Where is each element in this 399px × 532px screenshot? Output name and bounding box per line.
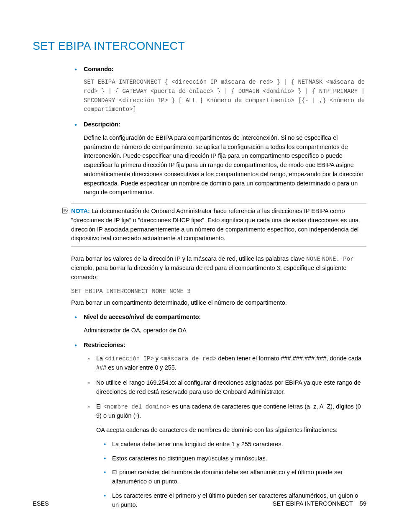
restriccion-item-2: El <nombre del domino> es una cadena de … <box>84 402 366 509</box>
domain-limit-0: La cadena debe tener una longitud de ent… <box>101 440 366 449</box>
footer-left: ESES <box>33 499 49 509</box>
section-restricciones: Restricciones: La <dirección IP> y <másc… <box>71 341 366 509</box>
r0-pre: La <box>96 355 105 362</box>
nivel-label: Nivel de acceso/nivel de compartimento: <box>84 314 201 320</box>
section-descripcion: Descripción: Define la configuración de … <box>71 120 366 197</box>
clear-command: SET EBIPA INTERCONNECT NONE NONE 3 <box>71 287 366 296</box>
clear-post: ejemplo, para borrar la dirección y la m… <box>71 265 346 280</box>
restricciones-label: Restricciones: <box>84 342 125 348</box>
page: SET EBIPA INTERCONNECT Comando: SET EBIP… <box>0 0 399 532</box>
descripcion-text: Define la configuración de EBIPA para co… <box>84 134 366 197</box>
clear-paragraph: Para borrar los valores de la dirección … <box>71 254 366 282</box>
restriccion-item-1: No utilice el rango 169.254.xx al config… <box>84 378 366 397</box>
r0-mid: y <box>154 355 160 362</box>
restriccion-item-0: La <dirección IP> y <máscara de red> deb… <box>84 354 366 373</box>
main-list: Comando: SET EBIPA INTERCONNECT { <direc… <box>71 65 366 198</box>
note-text: La documentación de Onboard Administrato… <box>71 208 358 242</box>
content-body: Comando: SET EBIPA INTERCONNECT { <direc… <box>71 65 366 510</box>
descripcion-label: Descripción: <box>84 121 120 128</box>
r2-para2: OA acepta cadenas de caracteres de nombr… <box>96 426 366 435</box>
page-title: SET EBIPA INTERCONNECT <box>33 38 366 55</box>
r0-code1: <dirección IP> <box>105 355 154 362</box>
footer-page-number: 59 <box>360 499 366 509</box>
footer-right: SET EBIPA INTERCONNECT 59 <box>273 499 366 509</box>
note-label: NOTA: <box>71 208 90 214</box>
clear-dot: . <box>336 256 343 262</box>
r2-pre: El <box>96 403 103 410</box>
footer-title: SET EBIPA INTERCONNECT <box>273 499 353 509</box>
nivel-text: Administrador de OA, operador de OA <box>84 326 366 335</box>
domain-limit-1: Estos caracteres no distinguen mayúscula… <box>101 454 366 463</box>
restricciones-list: La <dirección IP> y <máscara de red> deb… <box>84 354 366 509</box>
section-nivel: Nivel de acceso/nivel de compartimento: … <box>71 313 366 335</box>
clear-kw1: NONE <box>306 256 320 262</box>
r2-code1: <nombre del domino> <box>103 403 170 410</box>
main-list-2: Nivel de acceso/nivel de compartimento: … <box>71 313 366 510</box>
comando-label: Comando: <box>84 66 114 72</box>
r0-code2: <máscara de red> <box>160 355 216 362</box>
page-footer: ESES SET EBIPA INTERCONNECT 59 <box>33 499 366 509</box>
note-box: NOTA: La documentación de Onboard Admini… <box>71 203 366 247</box>
r1-text: No utilice el rango 169.254.xx al config… <box>96 379 361 395</box>
domain-limit-2: El primer carácter del nombre de dominio… <box>101 468 366 486</box>
clear-bay-text: Para borrar un compartimento determinado… <box>71 298 366 308</box>
clear-kw2: NONE <box>322 256 336 262</box>
section-comando: Comando: SET EBIPA INTERCONNECT { <direc… <box>71 65 366 115</box>
clear-pre: Para borrar los valores de la dirección … <box>71 255 306 262</box>
note-icon <box>62 207 69 217</box>
comando-code: SET EBIPA INTERCONNECT { <dirección IP m… <box>84 78 366 114</box>
clear-kw3: Por <box>343 256 353 262</box>
